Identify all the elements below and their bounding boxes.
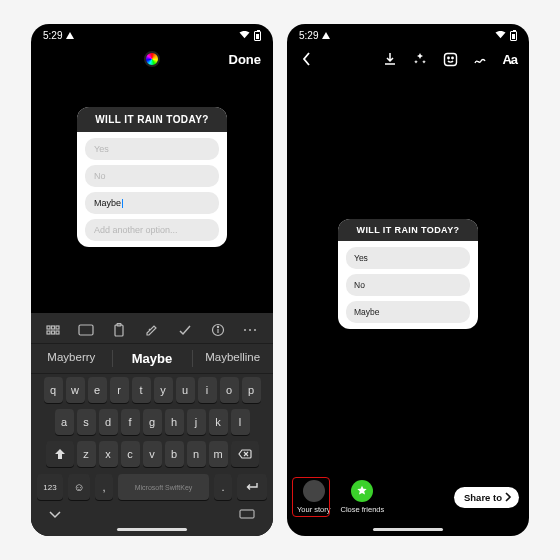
svg-rect-0 [47,326,50,329]
kbd-menu-icon[interactable] [44,321,62,339]
story-canvas[interactable]: WILL IT RAIN TODAY? Yes No Maybe [287,75,529,472]
quiz-option-active[interactable]: Maybe [85,192,219,214]
key-p[interactable]: p [242,377,261,403]
stickers-icon[interactable] [442,51,458,67]
key-k[interactable]: k [209,409,228,435]
key-i[interactable]: i [198,377,217,403]
key-d[interactable]: d [99,409,118,435]
quiz-option[interactable]: No [346,274,470,296]
key-a[interactable]: a [55,409,74,435]
status-time: 5:29 [299,30,318,41]
close-friends-icon [351,480,373,502]
svg-rect-4 [52,331,55,334]
key-g[interactable]: g [143,409,162,435]
warning-icon [66,32,74,39]
key-b[interactable]: b [165,441,184,467]
nav-down-icon[interactable] [49,508,61,522]
key-space[interactable]: Microsoft SwiftKey [118,474,209,500]
share-to-button[interactable]: Share to [454,487,519,508]
key-backspace[interactable] [231,441,259,467]
kbd-gif-icon[interactable] [77,321,95,339]
key-c[interactable]: c [121,441,140,467]
your-story-button[interactable]: Your story [297,480,331,514]
key-comma[interactable]: , [95,474,113,500]
quiz-option[interactable]: No [85,165,219,187]
story-canvas[interactable]: WILL IT RAIN TODAY? Yes No Maybe Add ano… [31,75,273,313]
svg-point-11 [217,326,218,327]
quiz-sticker[interactable]: WILL IT RAIN TODAY? Yes No Maybe Add ano… [77,107,227,247]
key-v[interactable]: v [143,441,162,467]
avatar-icon [303,480,325,502]
svg-rect-7 [115,325,123,336]
key-shift[interactable] [46,441,74,467]
key-l[interactable]: l [231,409,250,435]
svg-rect-15 [240,510,254,518]
done-button[interactable]: Done [229,52,262,67]
key-o[interactable]: o [220,377,239,403]
key-r[interactable]: r [110,377,129,403]
key-w[interactable]: w [66,377,85,403]
nav-keyboard-icon[interactable] [239,508,255,522]
key-y[interactable]: y [154,377,173,403]
quiz-option[interactable]: Yes [85,138,219,160]
key-e[interactable]: e [88,377,107,403]
key-z[interactable]: z [77,441,96,467]
svg-point-13 [249,329,251,331]
home-indicator[interactable] [117,528,187,531]
warning-icon [322,32,330,39]
key-h[interactable]: h [165,409,184,435]
wifi-icon [495,30,506,41]
key-u[interactable]: u [176,377,195,403]
key-q[interactable]: q [44,377,63,403]
quiz-option[interactable]: Yes [346,247,470,269]
key-x[interactable]: x [99,441,118,467]
key-emoji[interactable]: ☺ [68,474,90,500]
quiz-sticker[interactable]: WILL IT RAIN TODAY? Yes No Maybe [338,219,478,329]
preview-toolbar: Aa [287,43,529,75]
quiz-option[interactable]: Maybe [346,301,470,323]
keyboard-suggestions: Mayberry Maybe Maybelline [31,343,273,374]
quiz-add-option[interactable]: Add another option... [85,219,219,241]
quiz-question[interactable]: WILL IT RAIN TODAY? [77,107,227,132]
svg-rect-5 [56,331,59,334]
key-enter[interactable] [237,474,267,500]
keyboard-row: asdfghjkl [31,406,273,438]
key-period[interactable]: . [214,474,232,500]
kbd-edit-icon[interactable] [143,321,161,339]
battery-icon [254,31,261,41]
kbd-more-icon[interactable] [241,321,259,339]
key-n[interactable]: n [187,441,206,467]
download-icon[interactable] [382,51,398,67]
keyboard-row-bottom: 123 ☺ , Microsoft SwiftKey . [31,470,273,504]
key-j[interactable]: j [187,409,206,435]
phone-preview: 5:29 Aa WILL IT RAIN TODAY? Yes [287,24,529,536]
key-numbers[interactable]: 123 [37,474,63,500]
key-s[interactable]: s [77,409,96,435]
close-friends-button[interactable]: Close friends [341,480,385,514]
status-time: 5:29 [43,30,62,41]
effects-icon[interactable] [412,51,428,67]
back-icon[interactable] [299,51,315,67]
android-nav [31,504,273,524]
key-f[interactable]: f [121,409,140,435]
home-indicator[interactable] [373,528,443,531]
kbd-clipboard-icon[interactable] [110,321,128,339]
phone-editor: 5:29 Done WILL IT RAIN TODAY? Yes No [31,24,273,536]
share-bar: Your story Close friends Share to [287,472,529,524]
keyboard[interactable]: Mayberry Maybe Maybelline qwertyuiop asd… [31,313,273,536]
rainbow-theme-icon[interactable] [144,51,160,67]
suggestion-primary[interactable]: Maybe [112,344,193,373]
key-m[interactable]: m [209,441,228,467]
text-icon[interactable]: Aa [502,52,517,67]
kbd-check-icon[interactable] [176,321,194,339]
svg-point-17 [448,57,449,58]
key-t[interactable]: t [132,377,151,403]
suggestion[interactable]: Mayberry [31,344,112,373]
draw-icon[interactable] [472,51,488,67]
suggestion[interactable]: Maybelline [192,344,273,373]
svg-rect-3 [47,331,50,334]
keyboard-toolbar [31,317,273,343]
close-friends-label: Close friends [341,505,385,514]
kbd-info-icon[interactable] [209,321,227,339]
editor-toolbar: Done [31,43,273,75]
